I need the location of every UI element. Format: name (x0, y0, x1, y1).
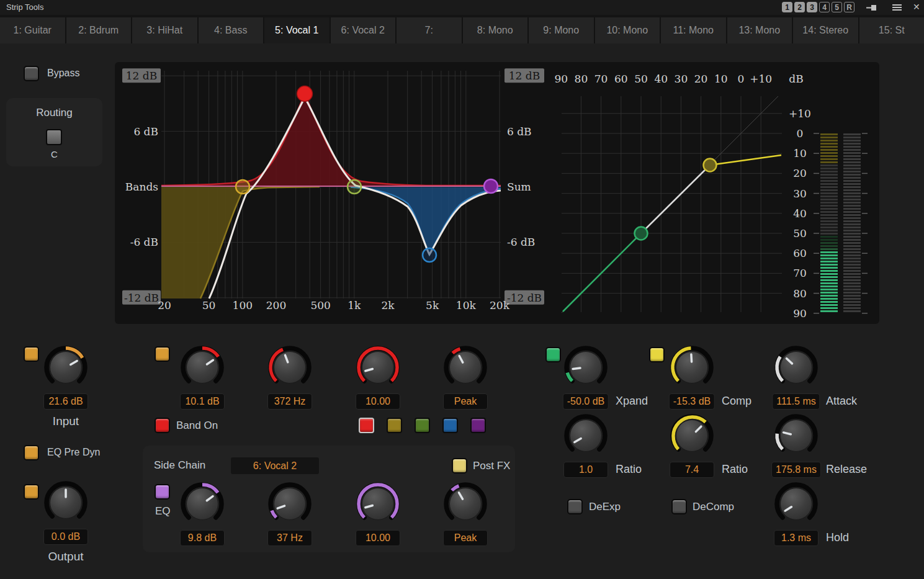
side-chain-type-knob[interactable]: Peak (442, 480, 489, 527)
tab-3-HiHat[interactable]: 3: HiHat (131, 17, 197, 43)
xpand-value[interactable]: -50.0 dB (563, 393, 609, 410)
output-enable-checkbox[interactable] (24, 484, 39, 500)
tab-15-St[interactable]: 15: St (858, 17, 924, 43)
tab-8-Mono[interactable]: 8: Mono (462, 17, 528, 43)
side-chain-eq-checkbox[interactable] (155, 484, 170, 500)
release-value[interactable]: 175.8 ms (771, 462, 821, 478)
side-chain-frequency-knob[interactable]: 37 Hz (266, 480, 313, 527)
sc-gain-value[interactable]: 9.8 dB (180, 530, 225, 546)
tab-6-Vocal-2[interactable]: 6: Vocal 2 (330, 17, 396, 43)
de-comp-checkbox[interactable] (671, 499, 687, 514)
band-on-checkbox[interactable] (155, 418, 170, 433)
compressor-enable-checkbox[interactable] (649, 347, 665, 362)
expander-enable-checkbox[interactable] (545, 347, 561, 362)
tab-10-Mono[interactable]: 10: Mono (594, 17, 660, 43)
sc-type-value[interactable]: Peak (443, 530, 488, 546)
expander-ratio-knob[interactable]: 1.0Ratio (562, 412, 609, 459)
side-chain-source-dropdown[interactable]: 6: Vocal 2 (231, 457, 319, 474)
close-icon[interactable]: ✕ (913, 2, 920, 12)
svg-text:20: 20 (694, 73, 708, 85)
band-select-band-5[interactable] (470, 418, 486, 433)
snapshot-button-4[interactable]: 4 (819, 2, 830, 12)
svg-text:10: 10 (793, 147, 807, 159)
eq-gain-knob[interactable]: 10.1 dB (179, 344, 226, 391)
svg-text:50: 50 (793, 227, 807, 240)
expander-threshold-knob[interactable]: -50.0 dBXpand (562, 344, 609, 391)
dyn-handle-expander[interactable] (635, 227, 648, 240)
eq-freq-value[interactable]: 372 Hz (267, 393, 312, 410)
eq-pre-dyn-checkbox[interactable] (24, 445, 39, 460)
tab-7[interactable]: 7: (395, 17, 462, 43)
attack-knob[interactable]: 111.5 msAttack (773, 344, 820, 391)
svg-text:12 dB: 12 dB (509, 70, 540, 82)
snapshot-button-1[interactable]: 1 (782, 2, 792, 12)
bypass-checkbox[interactable] (24, 66, 39, 81)
output-value[interactable]: 0.0 dB (43, 529, 88, 545)
band-select-band-1[interactable] (359, 418, 374, 433)
de-exp-checkbox[interactable] (567, 499, 583, 514)
input-label: Input (53, 415, 79, 428)
tab-2-Bdrum[interactable]: 2: Bdrum (65, 17, 132, 43)
svg-text:70: 70 (793, 267, 807, 279)
dyn-expander-line (563, 233, 641, 312)
snapshot-button-R[interactable]: R (844, 2, 854, 12)
band-select-band-2[interactable] (387, 418, 402, 433)
routing-button[interactable] (46, 129, 62, 145)
svg-text:+10: +10 (750, 73, 772, 85)
snapshot-button-2[interactable]: 2 (794, 2, 805, 12)
sc-freq-value[interactable]: 37 Hz (267, 530, 312, 546)
eq-enable-checkbox[interactable] (155, 346, 170, 362)
snapshot-button-3[interactable]: 3 (807, 2, 817, 12)
svg-text:+10: +10 (789, 107, 811, 120)
input-enable-checkbox[interactable] (24, 346, 39, 362)
tab-13-Mono[interactable]: 13: Mono (726, 17, 792, 43)
compressor-threshold-knob[interactable]: -15.3 dBComp (668, 344, 715, 391)
dynamics-graph[interactable]: 9080706050403020100+10dB+100102030405060… (549, 62, 879, 324)
compressor-ratio-knob[interactable]: 7.4Ratio (668, 412, 715, 459)
post-fx-checkbox[interactable] (452, 458, 467, 474)
dyn-handle-compressor[interactable] (704, 159, 717, 172)
input-knob[interactable]: 21.6 dBInput (42, 344, 89, 391)
sc-q-value[interactable]: 10.00 (356, 530, 400, 546)
attack-value[interactable]: 111.5 ms (772, 393, 820, 410)
menu-icon[interactable] (892, 4, 902, 11)
xpand-ratio-value[interactable]: 1.0 (563, 462, 608, 478)
eq-type-value[interactable]: Peak (443, 393, 488, 410)
eq-handle-mid[interactable] (348, 180, 361, 194)
side-chain-eq-label: EQ (155, 505, 171, 518)
eq-handle-lowcut[interactable] (236, 180, 249, 194)
side-chain-gain-knob[interactable]: 9.8 dB (179, 480, 226, 527)
tab-14-Stereo[interactable]: 14: Stereo (792, 17, 858, 43)
tab-9-Mono[interactable]: 9: Mono (527, 17, 594, 43)
input-value[interactable]: 21.6 dB (43, 393, 88, 410)
svg-text:10: 10 (714, 73, 728, 85)
eq-q-value[interactable]: 10.00 (356, 393, 400, 410)
hold-knob[interactable]: 1.3 msHold (773, 480, 820, 527)
comp-value[interactable]: -15.3 dB (669, 393, 715, 410)
eq-graph[interactable]: 12 dB12 dB6 dB6 dBBandsSum-6 dB-6 dB-12 … (115, 62, 549, 324)
window-title: Strip Tools (6, 2, 43, 12)
band-select-band-3[interactable] (415, 418, 430, 433)
output-knob[interactable]: 0.0 dBOutput (42, 479, 89, 526)
svg-text:50: 50 (634, 73, 648, 85)
eq-handle-peak[interactable] (297, 86, 313, 102)
comp-ratio-value[interactable]: 7.4 (670, 462, 714, 478)
snapshot-button-5[interactable]: 5 (832, 2, 842, 12)
eq-frequency-knob[interactable]: 372 Hz (266, 344, 313, 391)
tab-1-Guitar[interactable]: 1: Guitar (0, 17, 65, 43)
eq-type-knob[interactable]: Peak (442, 344, 489, 391)
svg-text:-12 dB: -12 dB (507, 292, 542, 304)
eq-handle-dip[interactable] (423, 248, 436, 262)
tab-11-Mono[interactable]: 11: Mono (660, 17, 726, 43)
side-chain-q-knob[interactable]: 10.00 (354, 480, 401, 527)
eq-handle-high[interactable] (484, 179, 498, 193)
comp-label: Comp (722, 395, 751, 408)
eq-gain-value[interactable]: 10.1 dB (180, 393, 225, 410)
hold-value[interactable]: 1.3 ms (774, 530, 819, 546)
band-select-band-4[interactable] (442, 418, 458, 433)
eq-q-knob[interactable]: 10.00 (354, 344, 401, 391)
release-knob[interactable]: 175.8 msRelease (773, 412, 820, 459)
tab-4-Bass[interactable]: 4: Bass (197, 17, 264, 43)
tab-5-Vocal-1[interactable]: 5: Vocal 1 (263, 17, 330, 43)
pin-icon[interactable] (866, 4, 876, 11)
